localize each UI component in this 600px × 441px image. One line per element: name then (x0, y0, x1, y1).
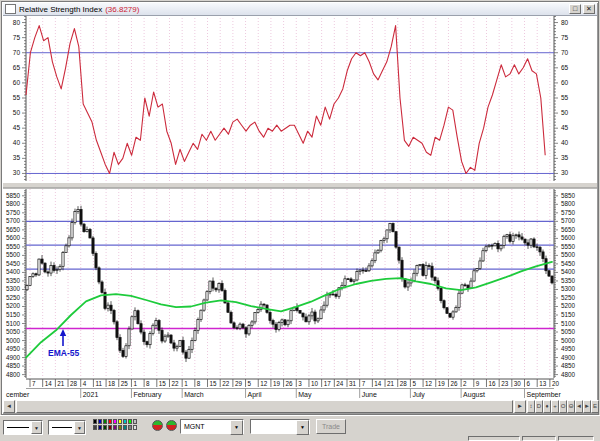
color-swatch[interactable] (133, 425, 137, 430)
color-swatch[interactable] (93, 425, 97, 430)
nav-button-↕[interactable]: ↕ (527, 400, 535, 413)
horizontal-scrollbar[interactable]: ◄ ► ↕D♦+OΘ◄►E (3, 400, 597, 413)
day-label: 5 (412, 380, 416, 387)
color-swatch[interactable] (103, 419, 107, 424)
day-label: 3 (298, 380, 302, 387)
candle-body (296, 307, 298, 310)
scrollbar-thumb[interactable] (16, 400, 513, 413)
candle-body (29, 277, 31, 286)
candle-body (89, 230, 91, 238)
color-swatch[interactable] (98, 425, 102, 430)
candle-body (272, 321, 274, 325)
candle-body (290, 311, 292, 321)
day-label: 14 (374, 380, 382, 387)
axis-label: 5850 (6, 192, 21, 199)
color-swatch[interactable] (113, 425, 117, 430)
candle-body (488, 245, 490, 246)
axis-label: 50 (13, 109, 21, 116)
axis-label: 5200 (561, 302, 576, 309)
scroll-right-arrow-icon[interactable]: ► (514, 400, 526, 413)
account-field[interactable]: MGNT ▼ (180, 419, 244, 434)
candle-body (218, 284, 220, 290)
candle-body (194, 331, 196, 341)
color-swatch[interactable] (133, 419, 137, 424)
line-style-preview (7, 427, 29, 428)
candle-body (506, 235, 508, 237)
chevron-down-icon[interactable]: ▼ (230, 420, 243, 435)
nav-button-+[interactable]: + (551, 400, 559, 413)
restore-button[interactable]: □ (569, 4, 581, 14)
instrument-select[interactable]: ▼ (250, 419, 310, 434)
chevron-down-icon[interactable]: ▼ (74, 421, 85, 434)
nav-button-►[interactable]: ► (583, 400, 591, 413)
candle-body (287, 321, 289, 325)
chevron-down-icon[interactable]: ▼ (296, 420, 309, 435)
month-label: May (298, 391, 312, 399)
trade-button[interactable]: Trade (316, 419, 346, 434)
candle-body (362, 270, 364, 271)
candle-body (509, 235, 511, 242)
chevron-down-icon[interactable]: ▼ (31, 421, 42, 434)
nav-button-E[interactable]: E (591, 400, 599, 413)
candle-body (131, 317, 133, 329)
candle-body (242, 324, 244, 328)
candle-body (413, 273, 415, 280)
day-label: 21 (387, 380, 395, 387)
nav-button-D[interactable]: D (535, 400, 543, 413)
candle-body (332, 294, 334, 295)
color-swatch[interactable] (128, 419, 132, 424)
candle-body (122, 350, 124, 356)
axis-label: 5150 (6, 311, 21, 318)
color-swatch[interactable] (118, 425, 122, 430)
line-style-select-2[interactable]: ▼ (48, 420, 86, 435)
window-title: Relative Strength Index (19, 5, 102, 14)
color-swatch[interactable] (113, 419, 117, 424)
candle-body (299, 310, 301, 313)
axis-label: 5200 (6, 302, 21, 309)
color-swatch[interactable] (123, 419, 127, 424)
candle-body (494, 243, 496, 245)
day-label: 26 (450, 380, 458, 387)
candle-body (302, 313, 304, 317)
nav-button-O[interactable]: O (559, 400, 567, 413)
color-swatch[interactable] (93, 419, 97, 424)
window-icon[interactable] (5, 4, 16, 14)
nav-button-◄[interactable]: ◄ (575, 400, 583, 413)
buy-icon[interactable] (152, 420, 163, 431)
color-swatch[interactable] (123, 425, 127, 430)
sell-icon[interactable] (166, 420, 177, 431)
candle-body (26, 286, 28, 290)
color-swatch[interactable] (108, 425, 112, 430)
day-label: 12 (425, 380, 433, 387)
color-palette (93, 419, 140, 432)
chart-canvas[interactable]: 8080757570706565606055555050454540403535… (2, 14, 597, 402)
window-titlebar[interactable]: Relative Strength Index (36.8279) □ ✕ (3, 3, 597, 16)
axis-label: 5400 (6, 268, 21, 275)
month-label: February (133, 391, 162, 399)
color-swatch[interactable] (128, 425, 132, 430)
day-label: 1 (184, 380, 188, 387)
axis-label: 5250 (561, 294, 576, 301)
close-button[interactable]: ✕ (583, 4, 595, 14)
axis-label: 35 (561, 154, 569, 161)
color-swatch[interactable] (108, 419, 112, 424)
candle-body (446, 308, 448, 314)
color-swatch[interactable] (103, 425, 107, 430)
scroll-left-arrow-icon[interactable]: ◄ (3, 400, 15, 413)
candle-body (251, 322, 253, 325)
day-label: 23 (501, 380, 509, 387)
day-label: 10 (311, 380, 319, 387)
line-style-select-1[interactable]: ▼ (3, 420, 43, 435)
candle-body (152, 325, 154, 333)
color-swatch[interactable] (98, 419, 102, 424)
axis-label: 5750 (6, 209, 21, 216)
axis-label: 5300 (6, 285, 21, 292)
candle-body (374, 253, 376, 261)
axis-label: 5450 (6, 260, 21, 267)
nav-button-Θ[interactable]: Θ (567, 400, 575, 413)
candle-body (143, 332, 145, 342)
axis-label: 5350 (6, 277, 21, 284)
color-swatch[interactable] (118, 419, 122, 424)
nav-button-♦[interactable]: ♦ (543, 400, 551, 413)
day-label: 6 (527, 380, 531, 387)
